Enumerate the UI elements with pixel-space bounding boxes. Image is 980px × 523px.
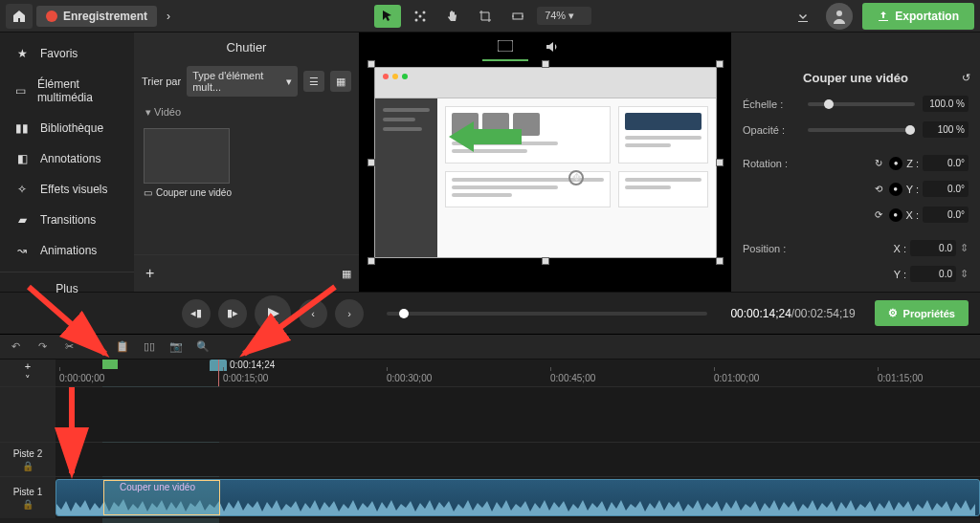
svg-rect-5 xyxy=(513,13,523,19)
bin-item[interactable]: ▭Couper une vidéo xyxy=(144,128,349,198)
properties-panel: Couper une vidéo↺ Échelle :100.0 % Opaci… xyxy=(731,33,980,292)
scrubber[interactable] xyxy=(387,312,707,316)
star-icon: ★ xyxy=(13,47,31,60)
scale-slider[interactable] xyxy=(808,102,915,106)
opacity-slider[interactable] xyxy=(808,128,915,132)
timeline: ↶ ↷ ✂ ⧉ 📋 ▯▯ 📷 🔍 +˅ 0:00:14;24 0:00:00;0… xyxy=(0,334,980,523)
group-tool[interactable] xyxy=(407,5,434,28)
opacity-value[interactable]: 100 % xyxy=(923,121,969,138)
resize-handle[interactable] xyxy=(716,60,724,68)
pos-x-value[interactable]: 0.0 xyxy=(910,240,956,256)
pan-tool[interactable] xyxy=(439,5,466,28)
undo-button[interactable]: ↶ xyxy=(6,338,25,357)
bin-arrange-button[interactable]: ▦ xyxy=(342,268,351,280)
callout-icon: ◧ xyxy=(13,152,31,165)
record-button[interactable]: Enregistrement xyxy=(36,6,157,27)
sidebar-item-animations[interactable]: ↝Animations xyxy=(0,235,134,266)
timeline-clip[interactable]: Couper une vidéo xyxy=(56,479,980,516)
resize-handle[interactable] xyxy=(542,257,549,265)
play-button[interactable] xyxy=(255,295,291,332)
sort-label: Trier par xyxy=(142,76,181,87)
rotate-cw-icon[interactable]: ↻ xyxy=(872,157,885,170)
sidebar: ★Favoris ▭Élément multimédia ▮▮Bibliothè… xyxy=(0,33,134,292)
bin-thumbnail[interactable] xyxy=(144,128,230,184)
home-button[interactable] xyxy=(6,4,33,29)
timeline-ruler[interactable]: +˅ 0:00:14;24 0:00:00;00 0:00:15;00 0:00… xyxy=(56,360,980,386)
canvas-tab-audio[interactable] xyxy=(528,33,574,61)
view-grid-button[interactable]: ▦ xyxy=(330,71,351,92)
crop-tool[interactable] xyxy=(472,5,499,28)
svg-point-1 xyxy=(423,11,426,13)
rot-y-value[interactable]: 0.0° xyxy=(923,181,969,197)
zoom-select[interactable]: 74% ▾ xyxy=(537,7,591,25)
record-dot-icon xyxy=(46,11,57,22)
svg-point-0 xyxy=(415,11,418,13)
sort-dropdown[interactable]: Type d'élément mult...▾ xyxy=(187,66,298,97)
track-options-button[interactable]: ˅ xyxy=(25,374,31,386)
sidebar-more[interactable]: Plus xyxy=(0,272,134,305)
add-track-button[interactable]: + xyxy=(25,360,31,372)
film-icon: ▭ xyxy=(144,187,152,198)
zoom-timeline[interactable]: 🔍 xyxy=(193,338,212,357)
user-button[interactable] xyxy=(826,3,853,30)
rot-x-value[interactable]: 0.0° xyxy=(923,207,969,223)
svg-rect-7 xyxy=(498,40,513,52)
prev-frame-button[interactable]: ◂▮ xyxy=(182,299,211,328)
track-1[interactable]: Piste 1🔒 Couper une vidéo xyxy=(0,476,980,518)
canvas-selected-clip[interactable]: ✥ xyxy=(374,67,717,258)
sidebar-item-annotations[interactable]: ◧Annotations xyxy=(0,143,134,174)
bin-category: ▾ Vidéo xyxy=(134,100,359,124)
record-label: Enregistrement xyxy=(63,10,147,23)
lock-icon[interactable]: 🔒 xyxy=(22,461,33,471)
prev-clip-button[interactable]: ‹ xyxy=(299,299,327,328)
split-button[interactable]: ▯▯ xyxy=(140,338,159,357)
pos-y-value[interactable]: 0.0 xyxy=(910,266,956,282)
wand-icon: ✧ xyxy=(13,183,31,196)
sidebar-item-library[interactable]: ▮▮Bibliothèque xyxy=(0,113,134,143)
svg-point-4 xyxy=(419,14,422,17)
svg-point-3 xyxy=(423,18,426,21)
resize-handle[interactable] xyxy=(716,257,724,265)
rot-z-value[interactable]: 0.0° xyxy=(923,155,969,171)
resize-handle[interactable] xyxy=(542,60,549,68)
export-icon xyxy=(878,11,889,22)
select-tool[interactable] xyxy=(374,5,401,28)
lock-icon[interactable]: 🔒 xyxy=(22,499,33,510)
redo-button[interactable]: ↷ xyxy=(33,338,52,357)
film-icon: ▭ xyxy=(13,84,28,98)
next-clip-button[interactable]: › xyxy=(335,299,364,328)
media-bin: Chutier Trier par Type d'élément mult...… xyxy=(134,33,359,292)
canvas-tab-visual[interactable] xyxy=(482,33,528,61)
scale-value[interactable]: 100.0 % xyxy=(923,96,969,112)
books-icon: ▮▮ xyxy=(13,121,31,135)
copy-button[interactable]: ⧉ xyxy=(86,338,105,357)
add-media-button[interactable]: + xyxy=(142,261,158,286)
sidebar-item-media[interactable]: ▭Élément multimédia xyxy=(0,69,134,113)
resize-tool[interactable] xyxy=(504,5,531,28)
track-2[interactable]: Piste 2🔒 xyxy=(0,442,980,476)
view-list-button[interactable]: ☰ xyxy=(303,71,324,92)
properties-button[interactable]: ⚙Propriétés xyxy=(875,300,969,326)
rotate-y-icon[interactable]: ⟲ xyxy=(872,183,885,196)
camera-button[interactable]: 📷 xyxy=(167,338,186,357)
sidebar-item-transitions[interactable]: ▰Transitions xyxy=(0,205,134,235)
paste-button[interactable]: 📋 xyxy=(113,338,132,357)
in-marker[interactable] xyxy=(102,360,118,369)
reset-button[interactable]: ↺ xyxy=(962,72,970,84)
resize-handle[interactable] xyxy=(368,60,375,68)
props-title: Couper une vidéo xyxy=(803,71,908,85)
cut-button[interactable]: ✂ xyxy=(59,338,78,357)
playback-bar: ◂▮ ▮▸ ‹ › 00:00:14;24/00:02:54;19 ⚙Propr… xyxy=(0,292,980,334)
rotate-x-icon[interactable]: ⟳ xyxy=(872,208,885,222)
next-frame-button[interactable]: ▮▸ xyxy=(218,299,247,328)
sidebar-item-effects[interactable]: ✧Effets visuels xyxy=(0,174,134,205)
resize-handle[interactable] xyxy=(368,257,375,265)
resize-handle[interactable] xyxy=(368,159,375,166)
export-button[interactable]: Exportation xyxy=(862,3,974,30)
resize-handle[interactable] xyxy=(716,159,724,166)
record-chevron[interactable]: › xyxy=(161,10,176,23)
download-button[interactable] xyxy=(790,3,816,30)
sidebar-item-favorites[interactable]: ★Favoris xyxy=(0,38,134,69)
svg-point-6 xyxy=(836,11,842,16)
canvas[interactable]: ✥ xyxy=(359,33,731,292)
